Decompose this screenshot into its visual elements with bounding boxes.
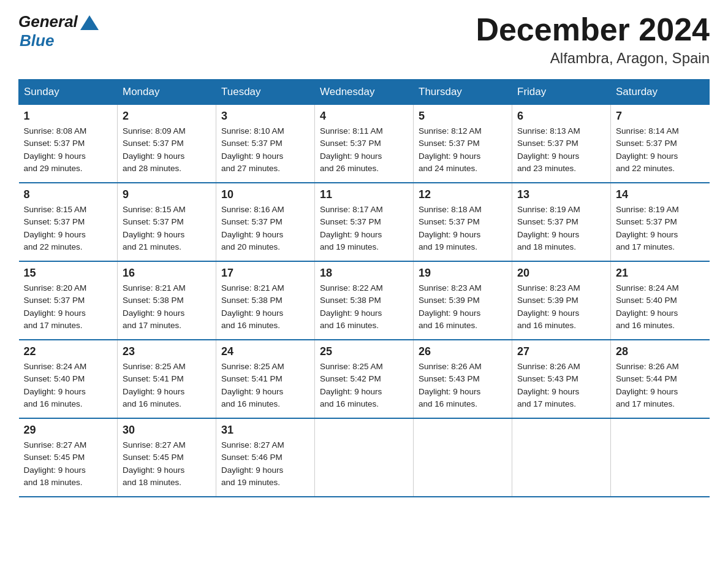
calendar-cell: 28Sunrise: 8:26 AMSunset: 5:44 PMDayligh… — [611, 340, 710, 418]
svg-marker-0 — [80, 15, 99, 30]
day-info: Sunrise: 8:09 AMSunset: 5:37 PMDaylight:… — [123, 125, 211, 175]
day-info: Sunrise: 8:27 AMSunset: 5:45 PMDaylight:… — [123, 439, 211, 489]
week-row-1: 1Sunrise: 8:08 AMSunset: 5:37 PMDaylight… — [19, 105, 710, 183]
calendar-cell: 3Sunrise: 8:10 AMSunset: 5:37 PMDaylight… — [216, 105, 315, 183]
calendar-cell: 27Sunrise: 8:26 AMSunset: 5:43 PMDayligh… — [512, 340, 611, 418]
calendar-cell: 13Sunrise: 8:19 AMSunset: 5:37 PMDayligh… — [512, 183, 611, 261]
calendar-cell: 2Sunrise: 8:09 AMSunset: 5:37 PMDaylight… — [118, 105, 216, 183]
calendar-cell — [611, 418, 710, 497]
calendar-cell: 21Sunrise: 8:24 AMSunset: 5:40 PMDayligh… — [611, 261, 710, 340]
day-number: 19 — [419, 267, 507, 280]
calendar-cell — [414, 418, 512, 497]
calendar-cell: 15Sunrise: 8:20 AMSunset: 5:37 PMDayligh… — [19, 261, 118, 340]
day-info: Sunrise: 8:25 AMSunset: 5:41 PMDaylight:… — [221, 361, 309, 410]
day-number: 5 — [419, 110, 507, 123]
day-info: Sunrise: 8:12 AMSunset: 5:37 PMDaylight:… — [419, 125, 507, 175]
day-info: Sunrise: 8:21 AMSunset: 5:38 PMDaylight:… — [123, 282, 211, 332]
calendar-cell: 8Sunrise: 8:15 AMSunset: 5:37 PMDaylight… — [19, 183, 118, 261]
day-number: 18 — [320, 267, 408, 280]
day-number: 6 — [517, 110, 605, 123]
day-info: Sunrise: 8:26 AMSunset: 5:44 PMDaylight:… — [616, 361, 705, 410]
day-number: 13 — [517, 188, 605, 201]
day-number: 31 — [221, 424, 309, 437]
calendar-cell: 11Sunrise: 8:17 AMSunset: 5:37 PMDayligh… — [315, 183, 414, 261]
calendar-cell: 1Sunrise: 8:08 AMSunset: 5:37 PMDaylight… — [19, 105, 118, 183]
day-number: 23 — [123, 345, 211, 358]
day-info: Sunrise: 8:24 AMSunset: 5:40 PMDaylight:… — [24, 361, 113, 410]
calendar-cell: 7Sunrise: 8:14 AMSunset: 5:37 PMDaylight… — [611, 105, 710, 183]
header-wednesday: Wednesday — [315, 80, 414, 105]
day-info: Sunrise: 8:16 AMSunset: 5:37 PMDaylight:… — [221, 204, 309, 253]
day-number: 2 — [123, 110, 211, 123]
calendar-cell: 6Sunrise: 8:13 AMSunset: 5:37 PMDaylight… — [512, 105, 611, 183]
calendar-header: SundayMondayTuesdayWednesdayThursdayFrid… — [19, 80, 710, 105]
day-number: 25 — [320, 345, 408, 358]
header-monday: Monday — [118, 80, 216, 105]
day-number: 3 — [221, 110, 309, 123]
title-area: December 2024 Alfambra, Aragon, Spain — [476, 12, 710, 67]
logo: General Blue — [18, 12, 99, 50]
day-number: 4 — [320, 110, 408, 123]
calendar-cell: 10Sunrise: 8:16 AMSunset: 5:37 PMDayligh… — [216, 183, 315, 261]
day-info: Sunrise: 8:15 AMSunset: 5:37 PMDaylight:… — [24, 204, 113, 253]
day-number: 28 — [616, 345, 705, 358]
day-info: Sunrise: 8:25 AMSunset: 5:42 PMDaylight:… — [320, 361, 408, 410]
header-row: SundayMondayTuesdayWednesdayThursdayFrid… — [19, 80, 710, 105]
day-info: Sunrise: 8:19 AMSunset: 5:37 PMDaylight:… — [616, 204, 705, 253]
day-number: 27 — [517, 345, 605, 358]
header-thursday: Thursday — [414, 80, 512, 105]
day-number: 26 — [419, 345, 507, 358]
calendar-cell: 18Sunrise: 8:22 AMSunset: 5:38 PMDayligh… — [315, 261, 414, 340]
day-info: Sunrise: 8:23 AMSunset: 5:39 PMDaylight:… — [419, 282, 507, 332]
calendar-cell — [512, 418, 611, 497]
day-number: 21 — [616, 267, 705, 280]
calendar-table: SundayMondayTuesdayWednesdayThursdayFrid… — [18, 79, 710, 497]
calendar-body: 1Sunrise: 8:08 AMSunset: 5:37 PMDaylight… — [19, 105, 710, 497]
logo-triangle-icon — [80, 15, 99, 30]
logo-blue-text: Blue — [20, 31, 54, 50]
header-tuesday: Tuesday — [216, 80, 315, 105]
calendar-cell — [315, 418, 414, 497]
day-info: Sunrise: 8:17 AMSunset: 5:37 PMDaylight:… — [320, 204, 408, 253]
day-info: Sunrise: 8:20 AMSunset: 5:37 PMDaylight:… — [24, 282, 113, 332]
day-number: 11 — [320, 188, 408, 201]
calendar-cell: 12Sunrise: 8:18 AMSunset: 5:37 PMDayligh… — [414, 183, 512, 261]
day-number: 15 — [24, 267, 113, 280]
day-info: Sunrise: 8:21 AMSunset: 5:38 PMDaylight:… — [221, 282, 309, 332]
week-row-5: 29Sunrise: 8:27 AMSunset: 5:45 PMDayligh… — [19, 418, 710, 497]
header-saturday: Saturday — [611, 80, 710, 105]
day-info: Sunrise: 8:26 AMSunset: 5:43 PMDaylight:… — [517, 361, 605, 410]
day-number: 16 — [123, 267, 211, 280]
day-number: 14 — [616, 188, 705, 201]
day-info: Sunrise: 8:27 AMSunset: 5:46 PMDaylight:… — [221, 439, 309, 489]
day-info: Sunrise: 8:14 AMSunset: 5:37 PMDaylight:… — [616, 125, 705, 175]
day-number: 30 — [123, 424, 211, 437]
week-row-3: 15Sunrise: 8:20 AMSunset: 5:37 PMDayligh… — [19, 261, 710, 340]
week-row-2: 8Sunrise: 8:15 AMSunset: 5:37 PMDaylight… — [19, 183, 710, 261]
day-info: Sunrise: 8:18 AMSunset: 5:37 PMDaylight:… — [419, 204, 507, 253]
day-info: Sunrise: 8:27 AMSunset: 5:45 PMDaylight:… — [24, 439, 113, 489]
day-number: 17 — [221, 267, 309, 280]
header-friday: Friday — [512, 80, 611, 105]
calendar-cell: 16Sunrise: 8:21 AMSunset: 5:38 PMDayligh… — [118, 261, 216, 340]
day-number: 24 — [221, 345, 309, 358]
day-info: Sunrise: 8:23 AMSunset: 5:39 PMDaylight:… — [517, 282, 605, 332]
calendar-cell: 26Sunrise: 8:26 AMSunset: 5:43 PMDayligh… — [414, 340, 512, 418]
day-info: Sunrise: 8:13 AMSunset: 5:37 PMDaylight:… — [517, 125, 605, 175]
day-info: Sunrise: 8:10 AMSunset: 5:37 PMDaylight:… — [221, 125, 309, 175]
day-number: 8 — [24, 188, 113, 201]
day-number: 22 — [24, 345, 113, 358]
day-number: 29 — [24, 424, 113, 437]
calendar-cell: 19Sunrise: 8:23 AMSunset: 5:39 PMDayligh… — [414, 261, 512, 340]
day-number: 20 — [517, 267, 605, 280]
calendar-cell: 31Sunrise: 8:27 AMSunset: 5:46 PMDayligh… — [216, 418, 315, 497]
calendar-cell: 23Sunrise: 8:25 AMSunset: 5:41 PMDayligh… — [118, 340, 216, 418]
calendar-cell: 9Sunrise: 8:15 AMSunset: 5:37 PMDaylight… — [118, 183, 216, 261]
calendar-cell: 5Sunrise: 8:12 AMSunset: 5:37 PMDaylight… — [414, 105, 512, 183]
calendar-cell: 29Sunrise: 8:27 AMSunset: 5:45 PMDayligh… — [19, 418, 118, 497]
calendar-cell: 20Sunrise: 8:23 AMSunset: 5:39 PMDayligh… — [512, 261, 611, 340]
day-number: 9 — [123, 188, 211, 201]
logo-general-text: General — [18, 12, 78, 31]
day-number: 1 — [24, 110, 113, 123]
day-info: Sunrise: 8:11 AMSunset: 5:37 PMDaylight:… — [320, 125, 408, 175]
